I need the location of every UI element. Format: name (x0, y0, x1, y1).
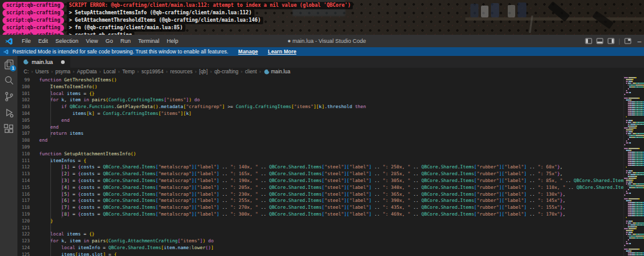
breadcrumb-item-file[interactable]: main.lua (264, 69, 291, 75)
code-token: items (62, 252, 75, 256)
code-token: .. (219, 198, 230, 203)
minimap-token (632, 170, 633, 171)
activitybar-search[interactable] (0, 72, 17, 88)
menu-selection[interactable]: Selection (52, 36, 82, 46)
minimap-token (632, 230, 633, 231)
code-token: "label" (350, 164, 369, 170)
bottle-decoration (491, 3, 499, 17)
menu-run[interactable]: Run (116, 36, 134, 46)
minimap-line (624, 237, 644, 239)
code-token: Items (142, 171, 156, 176)
code-token: QBCore (421, 191, 438, 197)
minimap-line (624, 163, 644, 164)
breadcrumb-item[interactable]: Local (103, 69, 116, 75)
menu-go[interactable]: Go (101, 36, 116, 46)
menu-help[interactable]: Help (163, 36, 182, 46)
breadcrumb-separator-icon: › (166, 69, 168, 75)
minimap-line (624, 247, 644, 248)
breadcrumb-item[interactable]: scp19954 (141, 69, 164, 75)
minimap[interactable] (623, 76, 644, 256)
breadcrumb-item[interactable]: resources (170, 69, 192, 75)
clamp-decoration (548, 1, 570, 22)
code-token: .. (410, 185, 421, 190)
activitybar-source-control[interactable] (0, 88, 17, 104)
code-token: ": 305x, " (383, 178, 411, 183)
minimap-token (626, 79, 633, 80)
minimap-line (624, 215, 644, 216)
code-line: 99function GetThresholdItems() (17, 77, 623, 84)
activitybar-explorer[interactable]: 1 (0, 56, 17, 72)
minimap-token (624, 187, 629, 188)
code-token: if (62, 104, 67, 109)
breadcrumb-item[interactable]: client (245, 69, 257, 75)
minimap-token (626, 167, 627, 168)
code-token: "label" (197, 198, 217, 203)
minimap-token (629, 243, 632, 244)
code-token: items (72, 111, 86, 116)
toggle-sidebar-icon[interactable] (585, 37, 592, 45)
code-token: = (95, 111, 103, 116)
minimap-token (632, 181, 633, 183)
code-token (39, 204, 62, 210)
code-line: 124 local itemInfo = QBCore.Shared.Items… (17, 245, 623, 252)
workbench: main.lua C:›Users›psyma›AppData›Local›Te… (17, 56, 644, 256)
titlebar-separator: | (618, 38, 620, 45)
line-number: 116 (17, 191, 30, 198)
activitybar-run-debug[interactable] (0, 104, 17, 121)
code-token: Shared (289, 198, 306, 203)
menu-edit[interactable]: Edit (35, 36, 52, 46)
minimap-line (624, 146, 644, 147)
minimap-line (624, 196, 644, 198)
breadcrumb-item[interactable]: Users (35, 69, 49, 75)
code-token: Items (615, 185, 623, 190)
minimap-line (624, 111, 644, 112)
banner-link-learn-more[interactable]: Learn More (268, 48, 296, 55)
code-token: QBCore (574, 178, 590, 183)
minimap-token (629, 142, 632, 144)
line-number: 125 (17, 252, 30, 256)
code-token (39, 178, 62, 183)
breadcrumb-item[interactable]: Temp (123, 69, 135, 75)
code-token: ": 130x" (538, 191, 560, 197)
code-token: QBCore (103, 198, 119, 203)
code-editor[interactable]: 99function GetThresholdItems()100 ItemsT… (17, 76, 644, 256)
code-token: = (95, 178, 103, 183)
breadcrumb-item[interactable]: qb-crafting (214, 69, 238, 75)
toggle-secondary-sidebar-icon[interactable] (607, 37, 615, 45)
customize-layout-icon[interactable] (624, 37, 632, 45)
tab-label: main.lua (32, 59, 53, 65)
code-token: ": 435x, " (383, 204, 411, 210)
code-token: Shared (441, 204, 457, 210)
toggle-panel-icon[interactable] (596, 37, 604, 45)
modified-indicator-dot[interactable] (61, 60, 65, 64)
breadcrumb-item[interactable]: AppData (77, 69, 97, 75)
minimap-line (624, 133, 644, 134)
breadcrumb-item[interactable]: psyma (55, 69, 70, 75)
breadcrumb-item[interactable]: [qb] (199, 69, 208, 75)
tab-main-lua[interactable]: main.lua (17, 56, 71, 68)
line-number: 119 (17, 211, 30, 218)
minimap-token (626, 217, 627, 218)
minimize-button[interactable]: – (635, 37, 644, 45)
minimap-token (628, 239, 629, 240)
code-token: Items (308, 211, 322, 217)
menu-terminal[interactable]: Terminal (134, 36, 163, 46)
code-token: = (100, 245, 108, 250)
menu-view[interactable]: View (82, 36, 101, 46)
minimap-line (624, 142, 644, 144)
minimap-line (624, 204, 644, 205)
banner-link-manage[interactable]: Manage (238, 48, 258, 55)
code-token: items (67, 91, 81, 96)
breadcrumb-item[interactable]: C: (24, 69, 29, 75)
activitybar-extensions[interactable] (0, 121, 17, 137)
minimap-token (637, 185, 642, 186)
minimap-line (624, 208, 644, 209)
code-token: Shared (289, 164, 306, 170)
minimap-token (624, 86, 629, 88)
code-token: .. (258, 211, 269, 217)
code-token: "steel" (324, 185, 343, 190)
code-token: , (64, 97, 70, 103)
menu-file[interactable]: File (18, 36, 35, 46)
minimap-token (637, 226, 637, 227)
minimap-line (624, 112, 644, 114)
